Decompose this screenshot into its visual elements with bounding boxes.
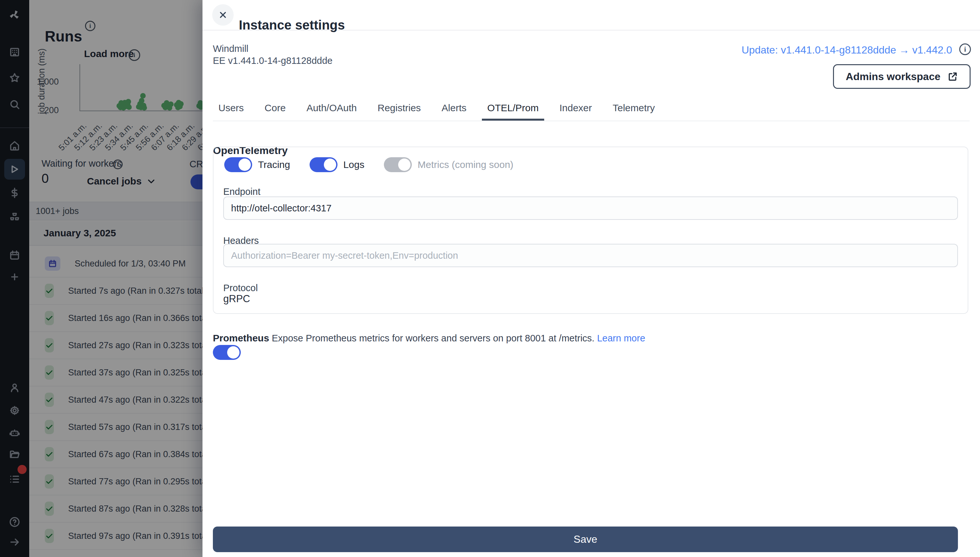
settings-tab[interactable]: OTEL/Prom — [482, 97, 544, 121]
learn-more-link[interactable]: Learn more — [597, 333, 645, 343]
endpoint-input[interactable] — [223, 197, 958, 220]
settings-tabs: UsersCoreAuth/OAuthRegistriesAlertsOTEL/… — [213, 97, 970, 121]
otel-toggle-item: Tracing — [224, 157, 290, 172]
settings-tab[interactable]: Core — [259, 97, 291, 121]
toggle-label: Metrics (coming soon) — [418, 159, 513, 170]
otel-toggle-item: Metrics (coming soon) — [384, 157, 513, 172]
toggle-switch[interactable] — [310, 157, 338, 172]
protocol-label: Protocol — [223, 283, 258, 293]
update-info-icon[interactable]: i — [959, 44, 971, 55]
opentelemetry-card: Tracing Logs Metrics (coming soon) Endpo… — [213, 147, 968, 314]
toggle-label: Logs — [343, 159, 364, 170]
settings-tab[interactable]: Telemetry — [607, 97, 660, 121]
instance-version: Windmill EE v1.441.0-14-g81128ddde — [213, 43, 333, 67]
update-link[interactable]: Update: v1.441.0-14-g81128ddde → v1.442.… — [742, 44, 952, 56]
toggle-knob — [227, 346, 240, 358]
external-link-icon — [947, 71, 958, 82]
prometheus-description: Expose Prometheus metrics for workers an… — [272, 333, 594, 343]
toggle-knob — [238, 158, 251, 171]
app-name: Windmill — [213, 43, 333, 55]
version-string: EE v1.441.0-14-g81128ddde — [213, 55, 333, 67]
toggle-knob — [398, 158, 410, 171]
settings-tab[interactable]: Auth/OAuth — [301, 97, 362, 121]
prometheus-title: Prometheus — [213, 333, 269, 343]
toggle-knob — [324, 158, 336, 171]
otel-toggles: Tracing Logs Metrics (coming soon) — [224, 157, 513, 172]
admins-workspace-button[interactable]: Admins workspace — [833, 64, 970, 89]
endpoint-label: Endpoint — [223, 186, 261, 197]
prometheus-section: Prometheus Expose Prometheus metrics for… — [213, 333, 645, 344]
modal-backdrop[interactable] — [0, 0, 203, 557]
settings-tab[interactable]: Registries — [372, 97, 426, 121]
instance-settings-drawer: Instance settings Windmill EE v1.441.0-1… — [203, 0, 980, 557]
toggle-switch[interactable] — [384, 157, 412, 172]
prometheus-toggle[interactable] — [213, 345, 241, 360]
toggle-switch[interactable] — [224, 157, 252, 172]
save-button[interactable]: Save — [213, 526, 958, 552]
settings-tab[interactable]: Indexer — [554, 97, 598, 121]
settings-tab[interactable]: Users — [213, 97, 249, 121]
drawer-header: Instance settings — [203, 0, 980, 31]
close-button[interactable] — [212, 4, 234, 26]
windmill-app: Runs i Load more i job duration (ms) 1,0… — [0, 0, 980, 557]
toggle-label: Tracing — [258, 159, 290, 170]
otel-toggle-item: Logs — [310, 157, 364, 172]
settings-tab[interactable]: Alerts — [436, 97, 472, 121]
drawer-title: Instance settings — [239, 18, 345, 33]
close-icon — [218, 10, 228, 20]
protocol-value: gRPC — [223, 293, 250, 305]
headers-input[interactable] — [223, 244, 958, 267]
